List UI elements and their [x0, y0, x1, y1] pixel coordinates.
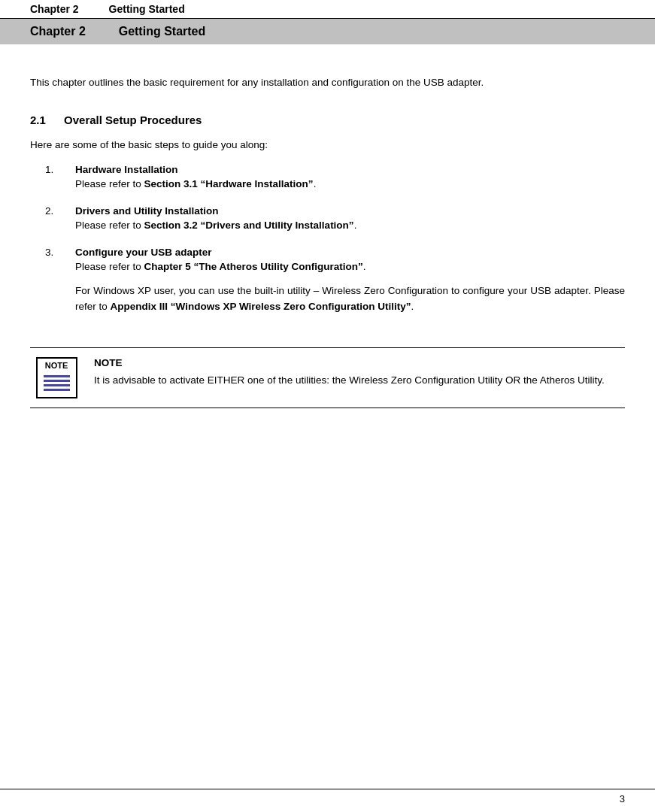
list-content-3: Configure your USB adapter Please refer … [75, 247, 625, 333]
list-content-1: Hardware Installation Please refer to Se… [75, 164, 625, 192]
list-item-2-body: Please refer to Section 3.2 “Drivers and… [75, 220, 356, 231]
section-2-1-heading: 2.1 Overall Setup Procedures [30, 114, 625, 126]
section-2-1-intro: Here are some of the basic steps to guid… [30, 138, 625, 153]
note-body: It is advisable to activate EITHER one o… [94, 372, 625, 389]
list-item-3-body-bold: Chapter 5 “The Atheros Utility Configura… [144, 261, 363, 272]
gray-chapter-title: Getting Started [119, 25, 206, 38]
main-content: This chapter outlines the basic requirem… [0, 44, 655, 423]
note-icon-line-3 [44, 384, 70, 386]
note-icon-box: NOTE [36, 357, 77, 398]
list-item-3-body-prefix: Please refer to [75, 261, 144, 272]
list-num-1: 1. [45, 164, 75, 175]
top-title-bar: Chapter 2 Getting Started [0, 0, 655, 19]
note-icon-label: NOTE [45, 361, 68, 370]
list-item-2: 2. Drivers and Utility Installation Plea… [45, 205, 625, 233]
section-2-1-title: Overall Setup Procedures [64, 114, 202, 126]
section-2-1-number: 2.1 [30, 114, 46, 126]
page-footer: 3 [620, 793, 625, 804]
list-item-1-body: Please refer to Section 3.1 “Hardware In… [75, 178, 316, 189]
winxp-note-paragraph: For Windows XP user, you can use the bui… [75, 283, 625, 315]
list-item-3: 3. Configure your USB adapter Please ref… [45, 247, 625, 333]
list-num-2: 2. [45, 205, 75, 217]
note-box: NOTE NOTE It is advisable to activate EI… [30, 347, 625, 408]
page-container: Chapter 2 Getting Started Chapter 2 Gett… [0, 0, 655, 812]
list-item-2-body-suffix: . [354, 220, 357, 231]
list-num-3: 3. [45, 247, 75, 258]
setup-steps-list: 1. Hardware Installation Please refer to… [30, 164, 625, 334]
note-icon-line-2 [44, 380, 70, 382]
list-item-3-title: Configure your USB adapter [75, 247, 625, 258]
note-icon-line-1 [44, 375, 70, 377]
note-title: NOTE [94, 357, 625, 368]
note-icon-area: NOTE [30, 357, 83, 398]
note-text-block: NOTE It is advisable to activate EITHER … [94, 357, 625, 389]
list-item-1: 1. Hardware Installation Please refer to… [45, 164, 625, 192]
note-icon-line-4 [44, 389, 70, 391]
list-item-2-body-bold: Section 3.2 “Drivers and Utility Install… [144, 220, 354, 231]
gray-header: Chapter 2 Getting Started [0, 19, 655, 44]
intro-paragraph: This chapter outlines the basic requirem… [30, 74, 625, 91]
list-item-1-body-suffix: . [314, 178, 317, 189]
list-item-1-title: Hardware Installation [75, 164, 625, 175]
list-item-2-title: Drivers and Utility Installation [75, 205, 625, 217]
bottom-divider [0, 789, 655, 789]
list-item-1-body-prefix: Please refer to [75, 178, 144, 189]
page-number: 3 [620, 793, 625, 804]
top-chapter-title: Getting Started [109, 3, 185, 15]
list-item-3-body: Please refer to Chapter 5 “The Atheros U… [75, 261, 366, 272]
top-chapter-label: Chapter 2 [30, 3, 79, 15]
note-icon-lines [44, 375, 70, 391]
list-item-1-body-bold: Section 3.1 “Hardware Installation” [144, 178, 314, 189]
winxp-note-suffix: . [411, 301, 414, 312]
gray-chapter-label: Chapter 2 [30, 25, 86, 38]
list-item-3-body-suffix: . [363, 261, 366, 272]
list-content-2: Drivers and Utility Installation Please … [75, 205, 625, 233]
winxp-note-bold: Appendix III “Windows XP Wireless Zero C… [111, 301, 411, 312]
list-item-2-body-prefix: Please refer to [75, 220, 144, 231]
